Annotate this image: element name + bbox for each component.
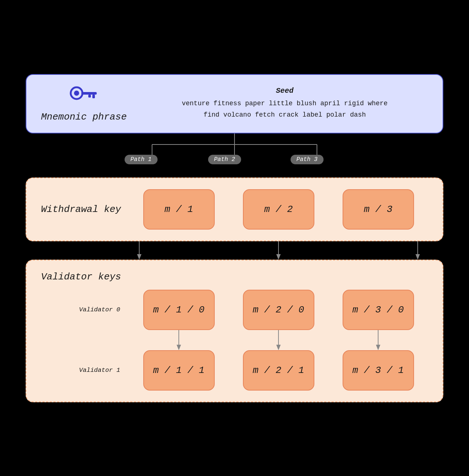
validator-section: Validator keys Validator 0 m / 1 / 0 m /… bbox=[26, 260, 443, 402]
seed-line2: find volcano fetch crack label polar das… bbox=[204, 111, 366, 118]
arrow-col-2 bbox=[243, 241, 314, 260]
validator-1-label: Validator 1 bbox=[41, 367, 129, 374]
svg-rect-3 bbox=[92, 95, 95, 98]
mid-arrow-2 bbox=[243, 330, 314, 350]
svg-marker-13 bbox=[276, 254, 281, 260]
withdrawal-key-1: m / 1 bbox=[143, 189, 215, 230]
validator-1-key-3: m / 3 / 1 bbox=[343, 350, 414, 391]
mnemonic-card: Mnemonic phrase Seed venture fitness pap… bbox=[26, 74, 443, 133]
validator-1-key-1: m / 1 / 1 bbox=[143, 350, 215, 391]
mid-arrows-container bbox=[129, 330, 428, 350]
svg-rect-4 bbox=[88, 95, 91, 98]
validator-1-key-2: m / 2 / 1 bbox=[243, 350, 314, 391]
seed-line1: venture fitness paper little blush april… bbox=[182, 100, 388, 107]
seed-title: Seed bbox=[141, 87, 428, 95]
svg-marker-17 bbox=[177, 345, 181, 350]
validator-mid-arrows bbox=[129, 330, 428, 350]
path-label-2: Path 2 bbox=[208, 155, 241, 164]
svg-marker-15 bbox=[416, 254, 420, 260]
withdrawal-key-3: m / 3 bbox=[343, 189, 414, 230]
path-label-1: Path 1 bbox=[125, 155, 158, 164]
connector-area: Path 1 Path 2 Path 3 bbox=[26, 133, 443, 177]
validator-title: Validator keys bbox=[41, 271, 428, 282]
validator-1-boxes: m / 1 / 1 m / 2 / 1 m / 3 / 1 bbox=[129, 350, 428, 391]
validator-1-row: Validator 1 m / 1 / 1 m / 2 / 1 m / 3 / … bbox=[41, 350, 428, 391]
diagram-container: Mnemonic phrase Seed venture fitness pap… bbox=[26, 59, 443, 417]
svg-marker-11 bbox=[137, 254, 141, 260]
withdrawal-row: Withdrawal key m / 1 m / 2 m / 3 bbox=[41, 189, 428, 230]
section-arrows-top bbox=[70, 241, 469, 260]
key-icon bbox=[69, 85, 99, 109]
path-label-3: Path 3 bbox=[291, 155, 324, 164]
seed-words: venture fitness paper little blush april… bbox=[141, 98, 428, 120]
mid-arrow-1 bbox=[143, 330, 215, 350]
svg-marker-19 bbox=[276, 345, 281, 350]
validator-0-key-2: m / 2 / 0 bbox=[243, 290, 314, 330]
svg-marker-21 bbox=[376, 345, 380, 350]
validator-0-key-3: m / 3 / 0 bbox=[343, 290, 414, 330]
mid-arrow-3 bbox=[343, 330, 414, 350]
validator-0-key-1: m / 1 / 0 bbox=[143, 290, 215, 330]
seed-box: Seed venture fitness paper little blush … bbox=[141, 87, 428, 120]
arrow-col-1 bbox=[104, 241, 175, 260]
withdrawal-key-2: m / 2 bbox=[243, 189, 314, 230]
validator-0-boxes: m / 1 / 0 m / 2 / 0 m / 3 / 0 bbox=[129, 290, 428, 330]
arrows-container bbox=[70, 241, 469, 260]
svg-point-1 bbox=[74, 91, 79, 96]
validator-0-row: Validator 0 m / 1 / 0 m / 2 / 0 m / 3 / … bbox=[41, 290, 428, 330]
validator-0-label: Validator 0 bbox=[41, 306, 129, 313]
withdrawal-key-boxes: m / 1 m / 2 m / 3 bbox=[129, 189, 428, 230]
mnemonic-label: Mnemonic phrase bbox=[41, 111, 127, 122]
withdrawal-title: Withdrawal key bbox=[41, 204, 129, 215]
mnemonic-left: Mnemonic phrase bbox=[41, 85, 127, 122]
arrow-col-3 bbox=[382, 241, 454, 260]
withdrawal-section: Withdrawal key m / 1 m / 2 m / 3 bbox=[26, 177, 443, 241]
svg-rect-2 bbox=[81, 92, 97, 95]
